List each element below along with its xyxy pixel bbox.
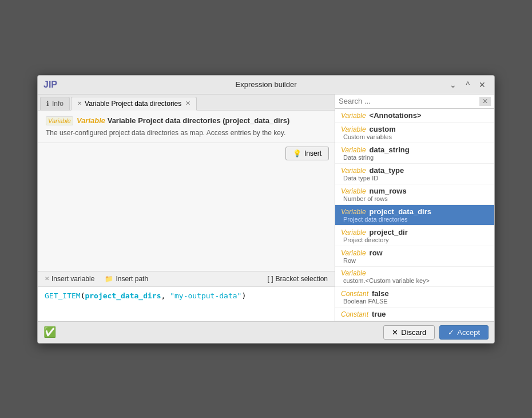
var-name-project-dir: project_dir — [370, 228, 408, 236]
var-desc-project-data-dirs: Project data directories — [341, 216, 489, 223]
bottom-buttons: ✕ Discard ✓ Accept — [383, 325, 489, 340]
titlebar-left: JIP — [43, 80, 57, 90]
discard-label: Discard — [401, 328, 426, 337]
insert-icon: 💡 — [293, 149, 301, 157]
insert-path-btn[interactable]: 📁 Insert path — [102, 274, 150, 284]
close-button[interactable]: ✕ — [476, 79, 489, 90]
code-param2: "my-output-data" — [170, 291, 241, 300]
var-desc-project-dir: Project directory — [341, 236, 489, 243]
code-area[interactable]: GET_ITEM(project_data_dirs, "my-output-d… — [38, 287, 335, 321]
var-type-annotations: Variable — [341, 112, 366, 120]
var-desc-custom: Custom variables — [341, 133, 489, 140]
window-title: Expression builder — [236, 80, 297, 89]
accept-button[interactable]: ✓ Accept — [439, 325, 489, 340]
const-desc-false: Boolean FALSE — [341, 298, 489, 305]
bracket-icon: [ ] — [268, 275, 273, 283]
const-type-true: Constant — [341, 310, 368, 318]
right-panel: ✕ Variable <Annotations> Variable custom… — [335, 94, 494, 321]
bottom-bar: ✅ ✕ Discard ✓ Accept — [38, 321, 494, 343]
var-name-project-data-dirs: project_data_dirs — [370, 207, 431, 216]
tab-x-icon: ✕ — [77, 100, 82, 107]
info-panel-title: Variable Variable Project data directori… — [77, 116, 289, 125]
insert-path-icon: 📁 — [105, 275, 113, 283]
search-bar: ✕ — [335, 94, 494, 109]
accept-icon: ✓ — [448, 328, 454, 337]
var-item-false[interactable]: Constant false Boolean FALSE — [335, 287, 494, 307]
var-name-data-string: data_string — [370, 145, 410, 154]
var-type-num-rows: Variable — [341, 187, 366, 195]
tab-variable-project[interactable]: ✕ Variable Project data directories ✕ — [71, 97, 197, 111]
minimize-button[interactable]: ⌄ — [447, 79, 459, 90]
var-keyword-badge: Variable — [48, 117, 71, 124]
main-content: ℹ Info ✕ Variable Project data directori… — [38, 94, 494, 321]
insert-label: Insert — [304, 149, 321, 157]
discard-button[interactable]: ✕ Discard — [383, 325, 435, 340]
search-input[interactable] — [339, 97, 477, 105]
var-item-data-type[interactable]: Variable data_type Data type ID — [335, 164, 494, 184]
search-clear-button[interactable]: ✕ — [479, 97, 491, 106]
info-tab-icon: ℹ — [46, 100, 49, 108]
titlebar-controls: ⌄ ^ ✕ — [447, 79, 489, 90]
insert-variable-btn[interactable]: ✕ Insert variable — [42, 274, 97, 284]
var-type-data-string: Variable — [341, 146, 366, 154]
expression-area: 💡 Insert — [38, 143, 335, 271]
accept-label: Accept — [457, 328, 480, 337]
code-function: GET_ITEM — [45, 291, 81, 300]
var-name-data-type: data_type — [370, 166, 404, 175]
code-comma: , — [161, 291, 170, 300]
maximize-button[interactable]: ^ — [463, 79, 473, 90]
variable-list: Variable <Annotations> Variable custom C… — [335, 109, 494, 321]
code-editor: ✕ Insert variable 📁 Insert path [ ] Brac… — [38, 271, 335, 321]
var-item-num-rows[interactable]: Variable num_rows Number of rows — [335, 184, 494, 205]
insert-path-label: Insert path — [116, 275, 148, 283]
tab-bar: ℹ Info ✕ Variable Project data directori… — [38, 94, 335, 111]
var-type-custom: Variable — [341, 125, 366, 133]
var-type-data-type: Variable — [341, 167, 366, 175]
var-keyword-title: Variable — [77, 116, 105, 125]
var-name-num-rows: num_rows — [370, 187, 407, 195]
var-name-custom: custom — [370, 125, 396, 133]
var-type-project-data-dirs: Variable — [341, 208, 366, 216]
var-item-row[interactable]: Variable row Row — [335, 246, 494, 267]
var-item-custom[interactable]: Variable custom Custom variables — [335, 123, 494, 143]
status-ok-icon: ✅ — [43, 326, 56, 338]
const-name-false: false — [372, 289, 389, 298]
info-panel: Variable Variable Variable Project data … — [38, 111, 335, 143]
expression-builder-window: JIP Expression builder ⌄ ^ ✕ ℹ Info ✕ Va… — [37, 75, 495, 344]
var-desc-data-string: Data string — [341, 154, 489, 161]
app-logo: JIP — [43, 80, 57, 90]
var-type-project-dir: Variable — [341, 228, 366, 236]
variable-icon-badge: Variable — [46, 116, 73, 125]
var-item-project-data-dirs[interactable]: Variable project_data_dirs Project data … — [335, 205, 494, 226]
info-title-row: Variable Variable Variable Project data … — [46, 116, 327, 125]
var-desc-row: Row — [341, 257, 489, 264]
const-name-true: true — [372, 310, 386, 318]
bracket-selection-btn[interactable]: [ ] Bracket selection — [265, 274, 330, 284]
insert-variable-icon: ✕ — [45, 275, 49, 282]
tab-info[interactable]: ℹ Info — [40, 97, 70, 110]
titlebar: JIP Expression builder ⌄ ^ ✕ — [38, 76, 494, 94]
var-name-annotations: <Annotations> — [370, 111, 422, 120]
var-name-row: row — [370, 249, 383, 257]
code-close-paren: ) — [241, 291, 246, 300]
var-desc-num-rows: Number of rows — [341, 195, 489, 202]
var-desc-data-type: Data type ID — [341, 175, 489, 182]
var-item-project-dir[interactable]: Variable project_dir Project directory — [335, 226, 494, 246]
info-title-text: Variable Project data directories (proje… — [108, 116, 290, 125]
insert-button[interactable]: 💡 Insert — [285, 147, 329, 160]
var-desc-custom-variable: custom.<Custom variable key> — [341, 277, 489, 284]
tab-close-icon[interactable]: ✕ — [185, 100, 190, 107]
const-type-false: Constant — [341, 290, 368, 298]
info-tab-label: Info — [52, 100, 63, 108]
bracket-label: Bracket selection — [276, 275, 328, 283]
info-description: The user-configured project data directo… — [46, 129, 327, 137]
var-item-true[interactable]: Constant true — [335, 307, 494, 321]
var-type-row: Variable — [341, 249, 366, 257]
var-type-custom-variable: Variable — [341, 269, 366, 277]
code-toolbar: ✕ Insert variable 📁 Insert path [ ] Brac… — [38, 271, 335, 287]
insert-variable-label: Insert variable — [51, 275, 94, 283]
var-item-custom-variable[interactable]: Variable custom.<Custom variable key> — [335, 267, 494, 287]
discard-icon: ✕ — [392, 328, 398, 337]
var-item-data-string[interactable]: Variable data_string Data string — [335, 143, 494, 164]
var-item-annotations[interactable]: Variable <Annotations> — [335, 109, 494, 123]
